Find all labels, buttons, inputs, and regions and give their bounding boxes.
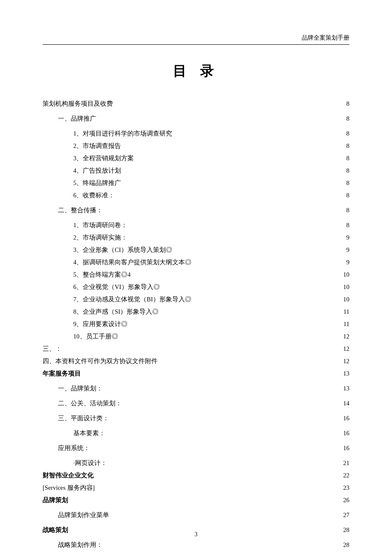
toc-entry-label: 品牌策划: [43, 494, 68, 506]
toc-entry[interactable]: 三、：12: [43, 343, 349, 355]
toc-entry-label: 1、对项目进行科学的市场调查研究: [73, 127, 172, 140]
toc-leader-dots: [122, 399, 343, 406]
toc-leader-dots: [103, 206, 346, 213]
toc-entry-label: 9、应用要素设计◎: [73, 318, 127, 330]
toc-leader-dots: [121, 167, 346, 173]
toc-leader-dots: [118, 332, 343, 339]
toc-entry[interactable]: 品牌策划作业菜单27: [43, 509, 349, 521]
toc-entry[interactable]: 战略策划作用：28: [43, 539, 349, 551]
toc-entry[interactable]: 二、整合传播：8: [43, 204, 349, 217]
toc-entry-page: 8: [346, 219, 349, 231]
page-footer: 3: [0, 531, 392, 538]
toc-entry-page: 9: [346, 244, 349, 256]
toc-entry-page: 8: [346, 152, 349, 165]
toc-entry[interactable]: 3、全程营销规划方案8: [43, 152, 349, 165]
toc-entry-label: 3、全程营销规划方案: [73, 152, 134, 165]
toc-entry-page: 8: [346, 177, 349, 189]
toc-entry-page: 8: [346, 165, 349, 177]
toc-entry-label: 四、本资料文件可作为双方协议文件附件: [43, 355, 158, 367]
toc-entry[interactable]: 9、应用要素设计◎ 11: [43, 318, 349, 330]
toc-entry-label: 6、企业视觉（VI）形象导入◎: [73, 281, 160, 293]
toc-entry[interactable]: 6、收费标准：8: [43, 189, 349, 202]
toc-leader-dots: [94, 471, 343, 478]
toc-title: 目 录: [43, 62, 349, 81]
toc-entry[interactable]: 5、整合终端方案◎410: [43, 269, 349, 281]
toc-leader-dots: [103, 384, 343, 391]
toc-entry-page: 16: [343, 412, 350, 425]
toc-entry[interactable]: 一、品牌策划：13: [43, 382, 349, 395]
toc-leader-dots: [109, 414, 343, 421]
toc-leader-dots: [105, 429, 343, 436]
toc-entry-page: 12: [343, 343, 350, 355]
toc-leader-dots: [191, 258, 346, 265]
toc-entry-label: 4、广告投放计划: [73, 165, 121, 177]
toc-leader-dots: [109, 511, 343, 517]
toc-leader-dots: [172, 130, 346, 136]
toc-leader-dots: [113, 100, 346, 106]
toc-entry[interactable]: ·网页设计：21: [43, 457, 349, 469]
toc-entry[interactable]: 四、本资料文件可作为双方协议文件附件12: [43, 355, 349, 367]
toc-entry-page: 13: [343, 367, 350, 380]
toc-entry[interactable]: 策划机构服务项目及收费8: [43, 98, 349, 110]
toc-entry[interactable]: 2、市场调查报告8: [43, 140, 349, 152]
page-header: 品牌全案策划手册: [43, 34, 349, 45]
toc-entry-label: ·网页设计：: [73, 457, 107, 469]
toc-entry[interactable]: 10、员工手册◎12: [43, 330, 349, 343]
toc-entry-page: 8: [346, 113, 349, 125]
table-of-contents: 策划机构服务项目及收费8一、品牌推广81、对项目进行科学的市场调查研究82、市场…: [43, 98, 349, 555]
toc-entry[interactable]: 6、企业视觉（VI）形象导入◎ 10: [43, 281, 349, 293]
toc-entry[interactable]: 基本要素：16: [43, 427, 349, 439]
toc-entry-label: 5、整合终端方案◎4: [73, 269, 131, 281]
toc-entry[interactable]: 4、广告投放计划8: [43, 165, 349, 177]
toc-entry[interactable]: 3、企业形象（CI）系统导入策划◎9: [43, 244, 349, 256]
toc-entry-page: 28: [343, 539, 350, 551]
toc-entry[interactable]: 年案服务项目13: [43, 367, 349, 380]
toc-entry[interactable]: [Services 服务内容] 23: [43, 482, 349, 494]
toc-entry-page: 26: [343, 494, 350, 506]
toc-entry-label: 财智伟业企业文化: [43, 469, 94, 482]
toc-entry-page: 16: [343, 442, 350, 454]
toc-entry-label: 10、员工手册◎: [73, 330, 118, 343]
toc-entry[interactable]: 三、平面设计类：16: [43, 412, 349, 425]
toc-entry-label: 二、公关、活动策划：: [58, 397, 122, 410]
toc-entry[interactable]: 1、市场调研问卷：8: [43, 219, 349, 231]
toc-leader-dots: [103, 541, 343, 547]
toc-entry-page: 14: [343, 397, 350, 410]
toc-entry[interactable]: 二、公关、活动策划：14: [43, 397, 349, 410]
toc-entry-label: 3、企业形象（CI）系统导入策划◎: [73, 244, 172, 256]
toc-entry-page: 22: [343, 469, 350, 482]
toc-entry-page: 16: [343, 427, 350, 439]
document-page: 品牌全案策划手册 目 录 策划机构服务项目及收费8一、品牌推广81、对项目进行科…: [0, 0, 392, 555]
toc-leader-dots: [95, 484, 342, 490]
toc-entry-page: 10: [343, 293, 350, 306]
toc-leader-dots: [127, 221, 346, 228]
toc-entry[interactable]: 品牌策划26: [43, 494, 349, 506]
toc-entry-label: 4、据调研结果向客户提供策划大纲文本◎: [73, 256, 191, 269]
toc-leader-dots: [160, 283, 343, 289]
toc-entry-label: 1、市场调研问卷：: [73, 219, 127, 231]
toc-leader-dots: [159, 308, 343, 314]
toc-leader-dots: [96, 115, 346, 121]
toc-entry-label: 8、企业声感（SI）形象导入◎: [73, 306, 159, 318]
toc-entry[interactable]: 2、市场调研实施：9: [43, 231, 349, 244]
toc-entry[interactable]: 4、据调研结果向客户提供策划大纲文本◎9: [43, 256, 349, 269]
toc-leader-dots: [121, 142, 346, 148]
toc-entry[interactable]: 1、对项目进行科学的市场调查研究8: [43, 127, 349, 140]
toc-entry-page: 8: [346, 140, 349, 152]
toc-leader-dots: [191, 295, 343, 302]
toc-leader-dots: [62, 345, 343, 351]
toc-entry[interactable]: 8、企业声感（SI）形象导入◎ 11: [43, 306, 349, 318]
toc-entry[interactable]: 一、品牌推广8: [43, 113, 349, 125]
toc-entry-label: 年案服务项目: [43, 367, 81, 380]
toc-entry[interactable]: 财智伟业企业文化22: [43, 469, 349, 482]
toc-leader-dots: [121, 179, 346, 185]
toc-entry[interactable]: 7、企业动感及立体视觉（BI）形象导入◎10: [43, 293, 349, 306]
toc-entry-page: 10: [343, 281, 350, 293]
toc-entry-page: 8: [346, 204, 349, 217]
toc-entry[interactable]: 5、终端品牌推广8: [43, 177, 349, 189]
toc-entry-page: 10: [343, 269, 350, 281]
header-right-text: 品牌全案策划手册: [302, 35, 349, 41]
toc-entry[interactable]: 应用系统：16: [43, 442, 349, 454]
toc-entry-label: 7、企业动感及立体视觉（BI）形象导入◎: [73, 293, 191, 306]
toc-entry-label: 三、：: [43, 343, 62, 355]
